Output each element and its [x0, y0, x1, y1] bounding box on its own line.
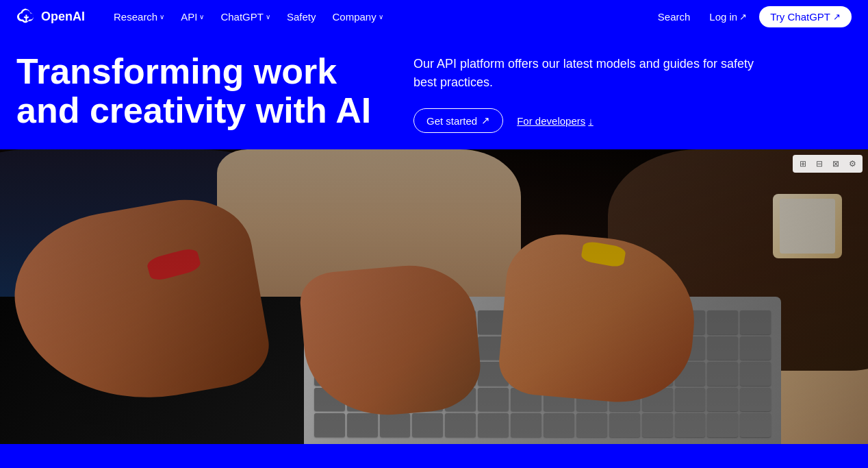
for-devs-arrow-icon: ↓ — [588, 115, 593, 127]
photo-overlay — [0, 149, 868, 444]
hero-left: Transforming work and creativity with AI — [16, 52, 386, 130]
openai-logo-icon — [16, 7, 36, 26]
toolbar-btn-3[interactable]: ⊠ — [828, 156, 843, 171]
get-started-arrow-icon: ↗ — [481, 114, 490, 127]
get-started-button[interactable]: Get started ↗ — [413, 108, 503, 133]
hero-buttons: Get started ↗ For developers ↓ — [413, 108, 852, 133]
hero-right: Our API platform offers our latest model… — [413, 52, 852, 133]
nav-api[interactable]: API ∨ — [174, 7, 211, 27]
photo-background — [0, 149, 868, 444]
toolbar-settings-btn[interactable]: ⚙ — [845, 156, 860, 171]
nav-safety[interactable]: Safety — [280, 7, 323, 27]
nav-links: Research ∨ API ∨ ChatGPT ∨ Safety Compan… — [107, 7, 651, 27]
brand-name: OpenAI — [41, 10, 85, 24]
nav-right: Search Log in ↗ Try ChatGPT ↗ — [651, 6, 852, 27]
main-nav: OpenAI Research ∨ API ∨ ChatGPT ∨ Safety… — [0, 0, 868, 33]
toolbar-btn-2[interactable]: ⊟ — [812, 156, 827, 171]
try-arrow-icon: ↗ — [833, 12, 841, 22]
search-button[interactable]: Search — [651, 7, 698, 27]
for-developers-button[interactable]: For developers ↓ — [517, 115, 593, 127]
nav-chatgpt[interactable]: ChatGPT ∨ — [214, 7, 277, 27]
chatgpt-chevron-icon: ∨ — [266, 13, 270, 21]
logo[interactable]: OpenAI — [16, 7, 85, 26]
hero-description: Our API platform offers our latest model… — [413, 55, 769, 92]
hero-image: ⊞ ⊟ ⊠ ⚙ — [0, 149, 868, 444]
company-chevron-icon: ∨ — [379, 13, 383, 21]
login-arrow-icon: ↗ — [739, 12, 747, 22]
research-chevron-icon: ∨ — [159, 13, 164, 21]
nav-research[interactable]: Research ∨ — [107, 7, 171, 27]
api-chevron-icon: ∨ — [199, 13, 204, 21]
hero-title: Transforming work and creativity with AI — [16, 52, 386, 130]
toolbar-btn-1[interactable]: ⊞ — [795, 156, 810, 171]
image-toolbar: ⊞ ⊟ ⊠ ⚙ — [793, 155, 863, 173]
hero-section: Transforming work and creativity with AI… — [0, 33, 868, 149]
login-link[interactable]: Log in ↗ — [702, 7, 754, 27]
try-chatgpt-button[interactable]: Try ChatGPT ↗ — [759, 6, 852, 27]
nav-company[interactable]: Company ∨ — [325, 7, 390, 27]
